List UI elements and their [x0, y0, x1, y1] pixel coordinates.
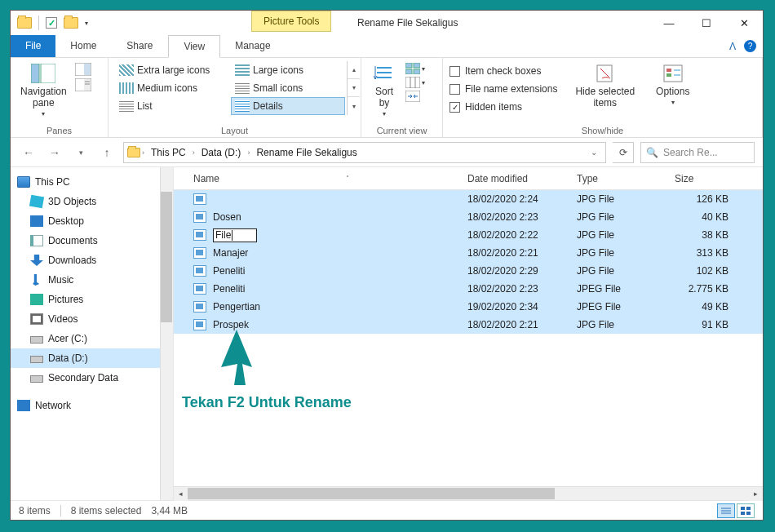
table-row[interactable]: Manajer18/02/2020 2:21JPG File313 KB — [174, 244, 763, 262]
extra-large-icon — [119, 64, 134, 76]
tree-music[interactable]: Music — [11, 270, 173, 290]
tree-3d-objects[interactable]: 3D Objects — [11, 192, 173, 211]
chevron-right-icon[interactable]: › — [142, 149, 144, 157]
tree-secondary[interactable]: Secondary Data — [11, 368, 173, 388]
layout-scroll-down[interactable]: ▾ — [348, 79, 360, 97]
sort-by-button[interactable]: Sort by ▾ — [368, 61, 401, 119]
tab-home[interactable]: Home — [55, 35, 112, 57]
size-columns-icon[interactable] — [405, 91, 420, 102]
status-total-size: 3,44 MB — [151, 505, 188, 516]
image-file-icon — [193, 283, 206, 295]
tree-this-pc[interactable]: This PC — [11, 172, 173, 192]
table-row[interactable]: Dosen18/02/2020 2:23JPG File40 KB — [174, 208, 763, 226]
svg-rect-22 — [666, 73, 671, 77]
table-row[interactable]: Peneliti18/02/2020 2:23JPEG File2.775 KB — [174, 280, 763, 298]
table-row[interactable]: Prospek18/02/2020 2:21JPG File91 KB — [174, 316, 763, 334]
tree-videos[interactable]: Videos — [11, 309, 173, 329]
group-label-layout: Layout — [115, 124, 354, 135]
tree-desktop[interactable]: Desktop — [11, 211, 173, 231]
column-size[interactable]: Size — [665, 173, 763, 184]
table-row[interactable]: File18/02/2020 2:22JPG File38 KB — [174, 226, 763, 244]
nav-recent-dropdown[interactable]: ▾ — [71, 143, 91, 162]
view-details-button[interactable] — [717, 503, 735, 518]
chevron-right-icon[interactable]: › — [193, 149, 195, 157]
svg-rect-11 — [405, 63, 412, 68]
layout-extra-large[interactable]: Extra large icons — [115, 61, 229, 79]
layout-medium[interactable]: Medium icons — [115, 79, 229, 97]
tree-acer-c[interactable]: Acer (C:) — [11, 329, 173, 348]
group-label-current-view: Current view — [368, 124, 436, 135]
scroll-right-button[interactable]: ▸ — [749, 487, 763, 501]
breadcrumb-this-pc[interactable]: This PC — [146, 145, 191, 160]
view-thumbnails-button[interactable] — [737, 503, 755, 518]
add-columns-icon[interactable] — [405, 77, 420, 88]
horizontal-scrollbar[interactable]: ◂ ▸ — [174, 486, 763, 500]
layout-scroll-more[interactable]: ▾ — [348, 97, 360, 115]
close-button[interactable]: ✕ — [725, 11, 763, 35]
tree-pictures[interactable]: Pictures — [11, 290, 173, 309]
tree-downloads[interactable]: Downloads — [11, 250, 173, 270]
qat-new-folder[interactable] — [64, 17, 78, 29]
breadcrumb[interactable]: › This PC › Data (D:) › Rename File Seka… — [123, 142, 606, 163]
column-date[interactable]: Date modified — [458, 173, 567, 184]
qat-dropdown-icon[interactable]: ▾ — [85, 20, 88, 27]
table-row[interactable]: Pengertian19/02/2020 2:34JPEG File49 KB — [174, 298, 763, 316]
breadcrumb-data-d[interactable]: Data (D:) — [197, 145, 246, 160]
svg-rect-3 — [84, 64, 91, 75]
refresh-button[interactable]: ⟳ — [613, 142, 634, 163]
help-icon[interactable]: ? — [744, 40, 756, 52]
tree-data-d[interactable]: Data (D:) — [11, 348, 173, 368]
file-size: 91 KB — [665, 319, 738, 330]
address-bar: ← → ▾ ↑ › This PC › Data (D:) › Rename F… — [11, 138, 763, 167]
status-selected-count: 8 items selected — [71, 505, 142, 516]
column-name[interactable]: Name˄ — [174, 173, 458, 184]
group-by-icon[interactable] — [405, 63, 420, 74]
sidebar-scrollbar[interactable] — [160, 167, 173, 500]
table-row[interactable]: 18/02/2020 2:24JPG File126 KB — [174, 190, 763, 208]
chevron-right-icon[interactable]: › — [247, 149, 250, 157]
options-button[interactable]: Options ▾ — [653, 61, 693, 108]
tab-file[interactable]: File — [11, 35, 55, 57]
scroll-left-button[interactable]: ◂ — [174, 487, 188, 501]
tab-view[interactable]: View — [168, 35, 220, 58]
hidden-items-option[interactable]: ✓Hidden items — [450, 99, 557, 115]
rename-input[interactable]: File — [213, 228, 257, 242]
nav-forward-button[interactable]: → — [45, 143, 64, 162]
table-row[interactable]: Peneliti18/02/2020 2:29JPG File102 KB — [174, 262, 763, 280]
nav-back-button[interactable]: ← — [19, 143, 38, 162]
layout-large[interactable]: Large icons — [231, 61, 345, 79]
context-tab-picture-tools[interactable]: Picture Tools — [251, 11, 331, 32]
item-checkboxes-option[interactable]: Item check boxes — [450, 63, 557, 79]
scroll-track[interactable] — [188, 487, 749, 501]
tab-manage[interactable]: Manage — [220, 35, 286, 57]
breadcrumb-dropdown-icon[interactable]: ⌄ — [586, 148, 602, 157]
qat-properties-check[interactable]: ✓ — [46, 17, 57, 29]
nav-up-button[interactable]: ↑ — [97, 143, 117, 162]
layout-list[interactable]: List — [115, 97, 229, 115]
scroll-thumb[interactable] — [188, 488, 555, 499]
file-type: JPG File — [567, 247, 665, 259]
svg-rect-0 — [31, 64, 39, 83]
search-input[interactable]: 🔍 Search Re... — [640, 142, 755, 163]
minimize-button[interactable]: — — [650, 11, 688, 35]
svg-rect-19 — [597, 65, 612, 82]
details-pane-icon[interactable] — [75, 78, 91, 91]
tab-share[interactable]: Share — [112, 35, 168, 57]
file-type: JPG File — [567, 319, 665, 330]
layout-small[interactable]: Small icons — [231, 79, 345, 97]
layout-details[interactable]: Details — [231, 97, 345, 115]
preview-pane-icon[interactable] — [75, 63, 91, 76]
column-type[interactable]: Type — [567, 173, 665, 184]
collapse-ribbon-icon[interactable]: ᐱ — [729, 41, 736, 52]
maximize-button[interactable]: ☐ — [688, 11, 725, 35]
tree-documents[interactable]: Documents — [11, 231, 173, 250]
tree-network[interactable]: Network — [11, 396, 173, 415]
hide-selected-button[interactable]: Hide selected items — [572, 61, 638, 110]
navigation-pane-button[interactable]: Navigation pane ▾ — [17, 61, 70, 119]
sidebar-scroll-thumb[interactable] — [161, 192, 172, 322]
file-extensions-option[interactable]: File name extensions — [450, 81, 557, 97]
image-file-icon — [193, 301, 206, 313]
layout-scroll-up[interactable]: ▴ — [348, 61, 360, 79]
svg-rect-5 — [84, 79, 91, 91]
breadcrumb-current[interactable]: Rename File Sekaligus — [251, 145, 361, 160]
